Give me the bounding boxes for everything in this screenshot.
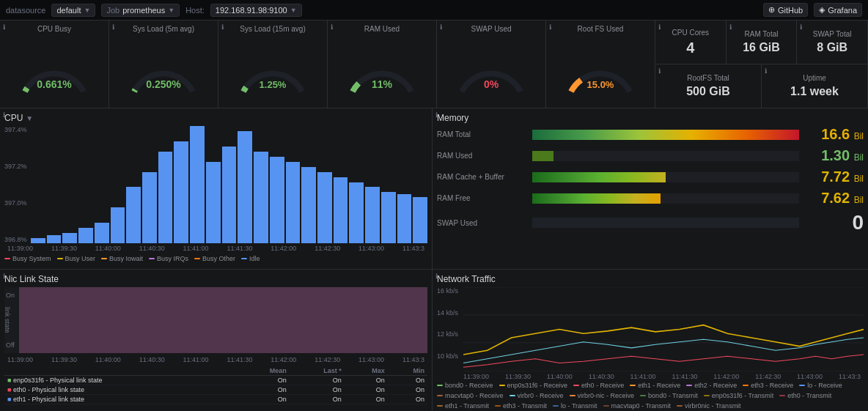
ram-free-row: RAM Free 7.62 Bil xyxy=(437,190,864,207)
legend-eth0-transmit: eth0 - Transmit xyxy=(779,392,831,399)
job-selector[interactable]: Job prometheus ▼ xyxy=(101,4,180,17)
nic-y-axis-label: link state xyxy=(4,287,10,353)
bottom-row: ℹ Nic Link State On Off link state 11:39… xyxy=(0,270,868,411)
ram-total-value: 16.6 Bil xyxy=(805,126,864,143)
sys-load-5m-svg: 0.250% xyxy=(127,44,200,95)
sys-load-5m-panel: ℹ Sys Load (5m avg) 0.250% xyxy=(109,21,218,108)
memory-panel-info: ℹ xyxy=(435,111,438,119)
svg-text:15.0%: 15.0% xyxy=(587,79,614,90)
cpu-bar xyxy=(365,187,380,243)
legend-bond0-receive: bond0 - Receive xyxy=(437,382,493,389)
cpu-bar xyxy=(206,162,221,243)
nic-panel-info: ℹ xyxy=(3,273,5,280)
rootfs-used-title: Root FS Used xyxy=(578,25,624,33)
legend-busy-system: Busy System xyxy=(4,255,51,262)
svg-text:1.25%: 1.25% xyxy=(260,79,287,90)
ram-used-value: 1.30 Bil xyxy=(805,147,864,164)
cpu-bar xyxy=(301,167,316,243)
swap-total-panel: ℹ SWAP Total 8 GiB xyxy=(797,21,867,64)
ram-used-label: RAM Used xyxy=(437,152,532,160)
cpu-bar xyxy=(126,187,141,243)
cpu-bar xyxy=(349,182,364,243)
cpu-bar xyxy=(174,141,188,243)
main-content: ℹ CPU ▼ 397.4% 397.2% 397.0% 396.8% 11:3… xyxy=(0,108,868,270)
memory-panel: ℹ Memory RAM Total 16.6 Bil RAM Used 1.3… xyxy=(433,108,868,269)
github-link[interactable]: ⊕ GitHub xyxy=(763,3,808,17)
legend-enp0s31f6-transmit: enp0s31f6 - Transmit xyxy=(704,392,774,399)
ram-free-bar-wrap xyxy=(532,193,799,204)
svg-text:0.250%: 0.250% xyxy=(146,78,181,90)
network-chart-wrap: 16 kb/s 14 kb/s 12 kb/s 10 kb/s xyxy=(437,287,864,371)
datasource-selector[interactable]: default ▼ xyxy=(51,4,95,17)
sys-load-5m-title: Sys Load (5m avg) xyxy=(133,25,194,33)
nic-row-eth1: ■ eth1 - Physical link state On On On On xyxy=(4,395,427,404)
swap-total-title: SWAP Total xyxy=(813,30,852,38)
rootfs-used-panel: ℹ Root FS Used 15.0% xyxy=(546,21,655,108)
cpu-bar xyxy=(334,177,348,243)
svg-text:11%: 11% xyxy=(372,78,393,90)
datasource-caret: ▼ xyxy=(84,7,90,14)
swap-used-info: ℹ xyxy=(440,23,442,31)
cpu-bar xyxy=(222,147,237,243)
network-panel-info: ℹ xyxy=(435,273,438,280)
topbar: datasource default ▼ Job prometheus ▼ Ho… xyxy=(0,0,868,21)
legend-idle: Idle xyxy=(241,255,260,262)
network-chart-svg xyxy=(463,287,864,371)
network-panel: ℹ Network Traffic 16 kb/s 14 kb/s 12 kb/… xyxy=(433,270,868,411)
cpu-bar xyxy=(238,131,252,243)
cpu-y-labels: 397.4% 397.2% 397.0% 396.8% xyxy=(4,126,27,243)
legend-enp0s31f6-receive: enp0s31f6 - Receive xyxy=(499,382,568,389)
ram-free-label: RAM Free xyxy=(437,194,532,202)
cpu-bar xyxy=(254,152,268,243)
nic-x-axis: 11:39:00 11:39:30 11:40:00 11:40:30 11:4… xyxy=(4,356,427,363)
swap-used-panel: ℹ SWAP Used 0% xyxy=(437,21,546,108)
cpu-panel-title: CPU ▼ xyxy=(4,113,427,123)
cpu-panel-info: ℹ xyxy=(3,111,5,119)
cpu-bar xyxy=(270,157,284,243)
ram-total-bar xyxy=(532,130,799,140)
legend-bond0-transmit: bond0 - Transmit xyxy=(640,392,698,399)
rootfs-used-gauge: 15.0% xyxy=(564,36,637,103)
grafana-link[interactable]: ◈ Grafana xyxy=(814,3,862,17)
legend-busy-user: Busy User xyxy=(57,255,96,262)
legend-virbr0nic-transmit: virbr0nic - Transmit xyxy=(677,402,741,410)
legend-macvtap0-receive: macvtap0 - Receive xyxy=(437,392,504,399)
rootfs-total-info: ℹ xyxy=(658,67,661,75)
cpu-cores-panel: ℹ CPU Cores 4 xyxy=(655,21,727,64)
swap-total-value: 8 GiB xyxy=(817,41,847,54)
ram-total-label: RAM Total xyxy=(437,130,532,138)
legend-eth0-receive: eth0 - Receive xyxy=(573,382,624,389)
swap-used-svg: 0% xyxy=(455,44,528,95)
cpu-bar xyxy=(47,235,62,243)
ram-used-title: RAM Used xyxy=(364,25,400,33)
svg-text:0.661%: 0.661% xyxy=(37,78,72,90)
network-y-labels: 16 kb/s 14 kb/s 12 kb/s 10 kb/s xyxy=(437,287,463,360)
sys-load-15m-gauge: 1.25% xyxy=(236,36,309,103)
host-selector[interactable]: 192.168.91.98:9100 ▼ xyxy=(210,4,302,17)
ram-used-bar xyxy=(532,151,553,161)
cpu-bar xyxy=(31,238,45,243)
ram-total-row: RAM Total 16.6 Bil xyxy=(437,126,864,143)
uptime-title: Uptime xyxy=(803,74,826,82)
rootfs-total-value: 500 GiB xyxy=(686,85,730,98)
cpu-busy-panel: ℹ CPU Busy 0.661% xyxy=(0,21,109,108)
cpu-panel: ℹ CPU ▼ 397.4% 397.2% 397.0% 396.8% 11:3… xyxy=(0,108,433,269)
sys-load-15m-panel: ℹ Sys Load (15m avg) 1.25% xyxy=(218,21,328,108)
swap-used-mem-value: 0 xyxy=(805,211,864,234)
cpu-x-axis: 11:39:00 11:39:30 11:40:00 11:40:30 11:4… xyxy=(4,245,427,252)
legend-eth3-transmit: eth3 - Transmit xyxy=(495,402,547,410)
job-caret: ▼ xyxy=(168,7,174,14)
cpu-bar xyxy=(317,172,332,243)
swap-used-gauge: 0% xyxy=(455,36,528,103)
swap-used-title: SWAP Used xyxy=(471,25,511,33)
cpu-dropdown-icon[interactable]: ▼ xyxy=(26,114,33,122)
job-label: Job xyxy=(106,6,119,15)
svg-text:0%: 0% xyxy=(484,78,499,90)
mini-stats-bottom-row: ℹ RootFS Total 500 GiB ℹ Uptime 1.1 week xyxy=(655,64,867,108)
nic-chart: On Off link state xyxy=(4,287,427,353)
sys-load-15m-info: ℹ xyxy=(221,23,224,31)
cpu-bar xyxy=(158,152,173,243)
mini-stats-top-row: ℹ CPU Cores 4 ℹ RAM Total 16 GiB ℹ SWAP … xyxy=(655,21,867,64)
cpu-busy-gauge: 0.661% xyxy=(18,36,91,103)
host-label: Host: xyxy=(185,6,205,15)
